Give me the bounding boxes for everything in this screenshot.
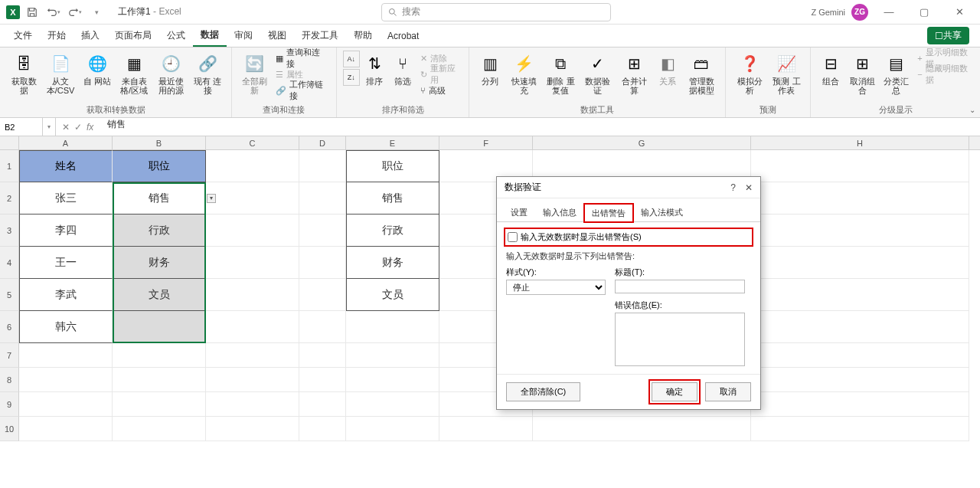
cell[interactable]: 王一	[19, 247, 113, 279]
col-header-D[interactable]: D	[299, 136, 346, 149]
text-to-col-button[interactable]: ▥分列	[475, 51, 505, 87]
cell[interactable]	[206, 392, 299, 417]
remove-dup-button[interactable]: ⧉删除 重复值	[543, 51, 578, 97]
sort-button[interactable]: ⇅排序	[361, 51, 388, 87]
data-validation-button[interactable]: ✓数据验 证	[580, 51, 615, 97]
sort-asc-button[interactable]: A↓	[343, 51, 360, 67]
cell[interactable]	[346, 392, 439, 417]
dialog-tab-error-alert[interactable]: 出错警告	[584, 204, 633, 222]
formula-input[interactable]: 销售	[100, 118, 126, 136]
cell[interactable]	[346, 417, 439, 441]
tab-view[interactable]: 视图	[260, 25, 294, 47]
tab-review[interactable]: 审阅	[227, 25, 260, 47]
row-header-10[interactable]: 10	[0, 417, 19, 441]
qat-customize-button[interactable]: ▾	[87, 3, 106, 21]
grid[interactable]: A B C D E F G H 1姓名职位职位2张三销售▾销售3李四行政行政4王…	[0, 136, 980, 488]
row-header-3[interactable]: 3	[0, 215, 19, 247]
cancel-formula-icon[interactable]: ✕	[62, 122, 70, 133]
row-header-8[interactable]: 8	[0, 368, 19, 392]
tab-insert[interactable]: 插入	[74, 25, 107, 47]
row-header-4[interactable]: 4	[0, 247, 19, 279]
cell[interactable]	[751, 247, 969, 279]
select-all-corner[interactable]	[0, 136, 19, 149]
get-data-button[interactable]: 🗄获取数 据	[6, 51, 41, 97]
cell[interactable]	[299, 343, 346, 368]
cell[interactable]	[206, 417, 299, 441]
cell[interactable]	[751, 368, 969, 392]
style-select[interactable]: 停止	[506, 280, 606, 295]
cell[interactable]: 销售	[346, 182, 439, 215]
group-button[interactable]: ⊟组合	[817, 51, 844, 87]
cell[interactable]: 财务	[346, 247, 439, 279]
dialog-help-button[interactable]: ?	[730, 182, 736, 193]
accept-formula-icon[interactable]: ✓	[74, 122, 82, 133]
name-box-caret[interactable]: ▾	[43, 118, 56, 136]
cell[interactable]	[19, 343, 113, 368]
fx-icon[interactable]: fx	[87, 122, 93, 133]
close-button[interactable]: ✕	[945, 2, 974, 23]
cell[interactable]: 文员	[113, 279, 206, 311]
cell[interactable]	[113, 417, 206, 441]
tab-layout[interactable]: 页面布局	[107, 25, 159, 47]
cell[interactable]	[299, 279, 346, 311]
subtotal-button[interactable]: ▤分类汇总	[880, 51, 913, 97]
dialog-titlebar[interactable]: 数据验证 ? ✕	[497, 177, 760, 198]
row-header-7[interactable]: 7	[0, 343, 19, 368]
dialog-tab-input-msg[interactable]: 输入信息	[535, 203, 584, 221]
show-error-checkbox-row[interactable]: 输入无效数据时显示出错警告(S)	[506, 230, 751, 244]
cell[interactable]: 财务	[113, 247, 206, 279]
qat-undo-button[interactable]: ▾	[44, 3, 63, 21]
cell[interactable]	[346, 311, 439, 343]
workbook-links-button[interactable]: 🔗 工作簿链接	[273, 83, 330, 98]
share-button[interactable]: ☐ 共享	[927, 27, 969, 44]
col-header-H[interactable]: H	[751, 136, 969, 149]
cell[interactable]	[113, 392, 206, 417]
cell[interactable]	[299, 182, 346, 215]
qat-redo-button[interactable]: ▾	[66, 3, 84, 21]
refresh-all-button[interactable]: 🔄全部刷新	[238, 51, 271, 97]
data-model-button[interactable]: 🗃管理数 据模型	[684, 51, 719, 97]
msg-textarea[interactable]	[615, 313, 745, 366]
cell[interactable]: 职位	[113, 150, 206, 182]
tab-home[interactable]: 开始	[40, 25, 74, 47]
cell[interactable]	[206, 182, 299, 215]
col-header-F[interactable]: F	[439, 136, 533, 149]
flash-fill-button[interactable]: ⚡快速填充	[506, 51, 541, 97]
maximize-button[interactable]: ▢	[910, 2, 939, 23]
cell[interactable]: 张三	[19, 182, 113, 215]
tab-formula[interactable]: 公式	[159, 25, 193, 47]
cell[interactable]	[113, 311, 206, 343]
queries-conn-button[interactable]: ▦ 查询和连接	[273, 51, 330, 66]
col-header-A[interactable]: A	[19, 136, 113, 149]
cell[interactable]	[206, 368, 299, 392]
col-header-B[interactable]: B	[113, 136, 206, 149]
cell[interactable]: 文员	[346, 279, 439, 311]
avatar[interactable]: ZG	[851, 4, 868, 21]
cell[interactable]	[533, 417, 751, 441]
from-csv-button[interactable]: 📄从文 本/CSV	[43, 51, 78, 97]
col-header-C[interactable]: C	[206, 136, 299, 149]
cell[interactable]	[751, 182, 969, 215]
row-header-9[interactable]: 9	[0, 392, 19, 417]
cell[interactable]	[19, 417, 113, 441]
cell[interactable]	[19, 392, 113, 417]
row-header-2[interactable]: 2	[0, 182, 19, 215]
cell[interactable]	[346, 368, 439, 392]
title-input[interactable]	[615, 280, 745, 293]
cell[interactable]: 职位	[346, 150, 439, 182]
cell[interactable]	[346, 343, 439, 368]
cell[interactable]	[751, 215, 969, 247]
cell[interactable]	[113, 368, 206, 392]
row-header-1[interactable]: 1	[0, 150, 19, 182]
minimize-button[interactable]: —	[874, 2, 903, 23]
tab-data[interactable]: 数据	[193, 25, 227, 47]
cell[interactable]	[439, 417, 533, 441]
row-header-6[interactable]: 6	[0, 311, 19, 343]
cell[interactable]	[206, 279, 299, 311]
forecast-sheet-button[interactable]: 📈预测 工作表	[769, 51, 804, 97]
col-header-E[interactable]: E	[346, 136, 439, 149]
tab-devtools[interactable]: 开发工具	[294, 25, 346, 47]
recent-sources-button[interactable]: 🕘最近使 用的源	[153, 51, 188, 97]
cell[interactable]	[113, 343, 206, 368]
cell[interactable]	[299, 311, 346, 343]
